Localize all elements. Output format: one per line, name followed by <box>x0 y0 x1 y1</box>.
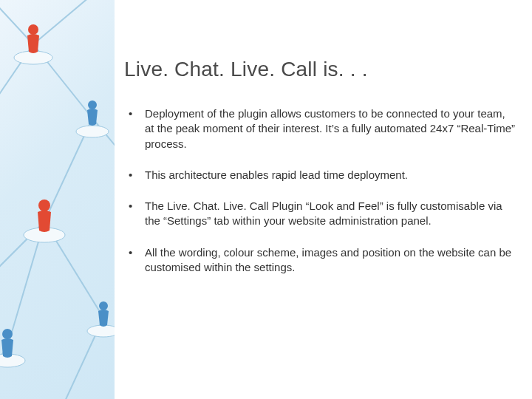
bullet-list: Deployment of the plugin allows customer… <box>124 106 516 275</box>
bullet-item: All the wording, colour scheme, images a… <box>124 245 516 276</box>
svg-point-19 <box>99 301 108 310</box>
svg-line-1 <box>33 0 103 44</box>
svg-point-17 <box>88 100 97 109</box>
sidebar-network-image <box>0 0 115 399</box>
bullet-item: Deployment of the plugin allows customer… <box>124 106 516 151</box>
slide-title: Live. Chat. Live. Call is. . . <box>124 58 516 81</box>
svg-point-12 <box>76 126 109 137</box>
svg-point-16 <box>28 24 38 35</box>
svg-point-20 <box>2 329 13 339</box>
svg-point-14 <box>87 325 115 337</box>
bullet-item: This architecture enables rapid lead tim… <box>124 168 516 183</box>
svg-point-18 <box>38 200 50 211</box>
bullet-item: The Live. Chat. Live. Call Plugin “Look … <box>124 199 516 229</box>
slide-content: Live. Chat. Live. Call is. . . Deploymen… <box>124 58 516 291</box>
